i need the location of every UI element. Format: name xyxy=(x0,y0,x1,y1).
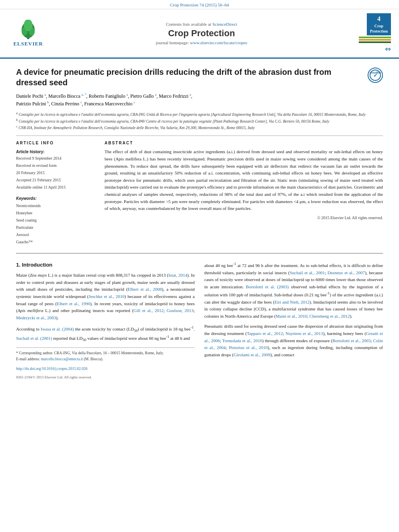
tremolada-link[interactable]: Tremolada et al., 2010 xyxy=(222,338,262,343)
homepage-link: journal homepage: www.elsevier.com/locat… xyxy=(48,40,355,45)
author-marco: Marco Fedrizzi xyxy=(159,93,190,99)
affiliation-c: c CNR-IIA, Institute for Atmospheric Pol… xyxy=(16,124,383,131)
crossmark-badge[interactable]: ✓ CrossMark xyxy=(368,68,383,83)
author-daniele: Daniele Pochi xyxy=(16,93,45,99)
science-direct-anchor[interactable]: ScienceDirect xyxy=(212,22,237,27)
badge-number: 4 xyxy=(370,15,388,23)
body-col-right: about 40 ng bee-1 at 72 and 96 h after t… xyxy=(204,261,383,380)
info-abstract-section: ARTICLE INFO Article history: Received 9… xyxy=(16,141,383,246)
svg-point-4 xyxy=(24,20,33,31)
chensheng-link[interactable]: Chensheng et al., 2012 xyxy=(309,314,350,318)
footnote-star: * Corresponding author. CRA-ING, Via del… xyxy=(16,350,195,356)
homepage-anchor[interactable]: www.elsevier.com/locate/cropro xyxy=(190,40,247,45)
maini-link[interactable]: Maini et al., 2010 xyxy=(276,314,307,318)
intro-p3: about 40 ng bee-1 at 72 and 96 h after t… xyxy=(204,261,383,320)
abstract-text: The effect of drift of dust containing i… xyxy=(105,148,383,212)
footnotes: * Corresponding author. CRA-ING, Via del… xyxy=(16,347,195,362)
intro-p4: Pneumatic drills used for sowing dressed… xyxy=(204,323,383,358)
author-pietro: Pietro Gallo xyxy=(130,93,155,99)
intro-p2: According to Iwasa et al. (2004) the acu… xyxy=(16,325,195,343)
eiri-link[interactable]: Eiri and Nieh, 2012 xyxy=(274,300,309,304)
elbert-link[interactable]: Elbert et al., 2008 xyxy=(128,287,162,292)
elsevier-tree-icon xyxy=(16,20,40,40)
badge-arrow-icon: ⇔ xyxy=(385,45,391,53)
footnote-email: E-mail address: marcello.biocca@entecra.… xyxy=(16,356,195,362)
girolami-link[interactable]: Girolami et al., 2009 xyxy=(234,352,270,357)
keyword-4: Particulate xyxy=(16,224,97,231)
author-roberto: Roberto Fanigliulo xyxy=(88,93,126,99)
authors-line: Daniele Pochi a, Marcello Biocca a, *, R… xyxy=(16,92,383,108)
affiliation-a: a Consiglio per la ricerca in agricoltur… xyxy=(16,111,383,117)
bortolotti-link[interactable]: Bortolotti et al. (2003) xyxy=(246,284,289,289)
abstract-column: ABSTRACT The effect of drift of dust con… xyxy=(105,141,383,246)
article-history: Article history: Received 9 September 20… xyxy=(16,148,97,191)
affiliation-b: b Consiglio per la ricerca in agricoltur… xyxy=(16,118,383,124)
article-info-column: ARTICLE INFO Article history: Received 9… xyxy=(16,141,97,246)
elbert90-link[interactable]: Elbert et al., 1990 xyxy=(57,301,90,306)
badge-word1: Crop xyxy=(370,23,388,29)
article-info-label: ARTICLE INFO xyxy=(16,141,97,145)
istat-link[interactable]: Istat, 2014 xyxy=(169,273,187,277)
crossmark-icon: ✓ CrossMark xyxy=(370,70,381,81)
copyright-notice: © 2015 Elsevier Ltd. All rights reserved… xyxy=(105,216,383,220)
author-marcello: Marcello Biocca xyxy=(48,93,82,99)
jeschke-link[interactable]: Jeschke et al., 2010 xyxy=(88,294,124,299)
crop-badge: 4 Crop Protection xyxy=(367,13,391,35)
journal-header: ELSEVIER Contents lists available at Sci… xyxy=(0,9,399,59)
affiliations-block: a Consiglio per la ricerca in agricoltur… xyxy=(16,111,383,131)
section1-heading: 1. Introduction xyxy=(16,261,195,269)
journal-title: Crop Protection xyxy=(48,28,355,39)
email-link[interactable]: marcello.biocca@entecra.it xyxy=(41,357,83,361)
article-title: A device for pneumatic precision drills … xyxy=(16,67,383,88)
header-divider xyxy=(16,136,383,136)
doi-link: http://dx.doi.org/10.1016/j.cropro.2015.… xyxy=(16,366,195,372)
badge-word2: Protection xyxy=(370,29,388,34)
history-label: Article history: xyxy=(16,150,45,154)
revised-date-entry: 20 February 2015 xyxy=(16,169,97,177)
suchail01-link[interactable]: Suchail et al., 2001 xyxy=(290,270,325,275)
nuyttens-link[interactable]: Nuyttens et al., 2013 xyxy=(286,331,323,336)
history-entries: Received 9 September 2014 Received in re… xyxy=(16,155,97,191)
pistorius-link[interactable]: Pistorius et al., 2010 xyxy=(229,345,267,350)
desneux-link[interactable]: Desneux et al., 2007 xyxy=(327,270,365,275)
doi-anchor[interactable]: http://dx.doi.org/10.1016/j.cropro.2015.… xyxy=(16,367,87,371)
keywords-label: Keywords: xyxy=(16,196,37,201)
journal-center-info: Contents lists available at ScienceDirec… xyxy=(48,22,355,45)
body-col-left: 1. Introduction Maize (Zea mays L.) is a… xyxy=(16,261,195,380)
science-direct-link: Contents lists available at ScienceDirec… xyxy=(48,22,355,27)
revised-label-entry: Received in revised form xyxy=(16,162,97,169)
journal-citation-bar: Crop Protection 74 (2015) 56–64 xyxy=(0,0,399,9)
keyword-6: Gaucho™ xyxy=(16,238,97,246)
available-entry: Available online 11 April 2015 xyxy=(16,184,97,191)
iwasa-link[interactable]: Iwasa et al. (2004) xyxy=(41,327,74,331)
intro-p1: Maize (Zea mays L.) is a major Italian c… xyxy=(16,272,195,321)
body-two-col: 1. Introduction Maize (Zea mays L.) is a… xyxy=(16,261,383,380)
journal-citation: Crop Protection 74 (2015) 56–64 xyxy=(170,2,229,7)
stripe-dark-green xyxy=(359,41,391,43)
body-divider xyxy=(16,253,383,254)
keywords-section: Keywords: Neonicotinoids Honeybee Seed c… xyxy=(16,195,97,246)
abstract-label: ABSTRACT xyxy=(105,141,383,145)
keyword-2: Honeybee xyxy=(16,210,97,217)
keyword-1: Neonicotinoids xyxy=(16,202,97,210)
author-francesca: Francesca Marcovecchio xyxy=(84,101,134,107)
issn-info: 0261-2194/© 2015 Elsevier Ltd. All right… xyxy=(16,374,195,380)
author-cinzia: Cinzia Perrino xyxy=(51,101,80,107)
tapparo-link[interactable]: Tapparo et al., 2012 xyxy=(247,331,283,336)
stripe-green xyxy=(359,37,391,38)
accepted-entry: Accepted 21 February 2015 xyxy=(16,177,97,184)
badge-stripes xyxy=(359,37,391,43)
author-patrizio: Patrizio Pulcini xyxy=(16,101,47,107)
medrzycki-link[interactable]: Medrzycki et al., 2003 xyxy=(16,315,56,320)
suchail-link[interactable]: Suchail et al. (2001) xyxy=(16,336,52,341)
elsevier-logo-container: ELSEVIER xyxy=(8,20,48,47)
keyword-3: Seed coating xyxy=(16,217,97,224)
goulson-link[interactable]: Goulson, 2013 xyxy=(167,308,193,313)
article-content: ✓ CrossMark A device for pneumatic preci… xyxy=(0,59,399,388)
gill-link[interactable]: Gill et al., 2012 xyxy=(134,308,164,313)
keywords-list: Neonicotinoids Honeybee Seed coating Par… xyxy=(16,202,97,246)
bortolotti03-link[interactable]: Bortolotti et al., 2003 xyxy=(332,338,370,343)
received-entry: Received 9 September 2014 xyxy=(16,155,97,162)
svg-text:CrossMark: CrossMark xyxy=(370,71,381,74)
stripe-yellow xyxy=(359,39,391,41)
